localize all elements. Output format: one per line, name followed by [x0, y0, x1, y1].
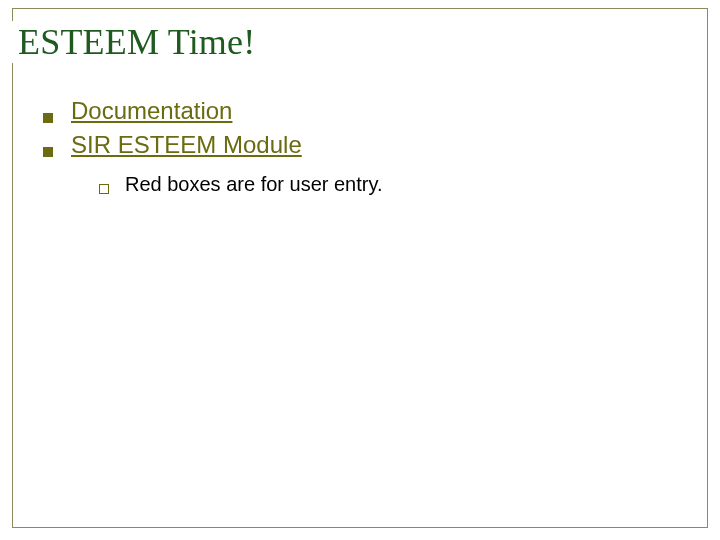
link-sir-esteem-module[interactable]: SIR ESTEEM Module — [71, 131, 302, 159]
link-documentation[interactable]: Documentation — [71, 97, 232, 125]
sublist: Red boxes are for user entry. — [43, 173, 687, 196]
slide-frame: ESTEEM Time! Documentation SIR ESTEEM Mo… — [12, 8, 708, 528]
slide-content: Documentation SIR ESTEEM Module Red boxe… — [13, 97, 707, 196]
slide-title: ESTEEM Time! — [18, 21, 255, 63]
title-wrap: ESTEEM Time! — [12, 21, 265, 63]
square-bullet-icon — [43, 147, 53, 157]
list-item: Documentation — [43, 97, 687, 125]
list-item: SIR ESTEEM Module — [43, 131, 687, 159]
sublist-text: Red boxes are for user entry. — [125, 173, 383, 196]
outline-square-bullet-icon — [99, 184, 109, 194]
square-bullet-icon — [43, 113, 53, 123]
list-item: Red boxes are for user entry. — [99, 173, 687, 196]
